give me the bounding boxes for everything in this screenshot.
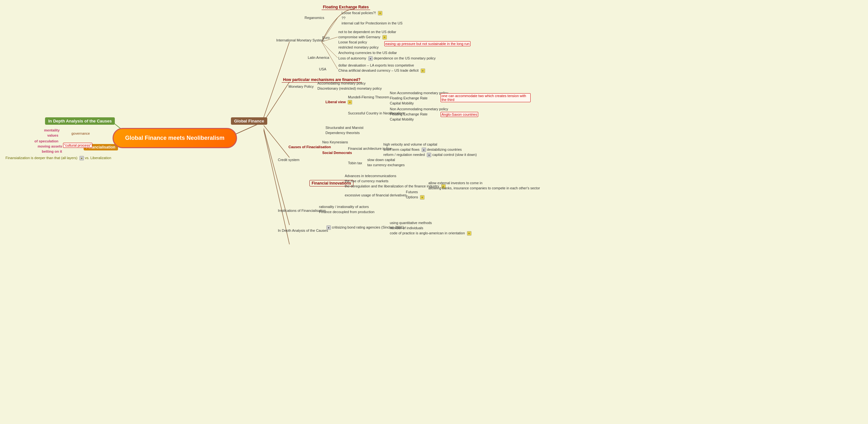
accommodating-policy: Accomodating monetary policy xyxy=(317,81,366,86)
betting-on-it: betting on it xyxy=(41,149,63,154)
discretionary-policy: Discretionary (restricted) monetary poli… xyxy=(317,86,382,91)
rise-currency-markets: the rise of currency markets xyxy=(344,179,389,183)
one-accommodate-bracket: one can accommodate two which creates te… xyxy=(441,93,531,102)
svg-line-5 xyxy=(264,125,289,158)
floating-exchange-rates: Floating Exchange Rates xyxy=(321,4,370,10)
not-dependent: not to be dependent on the US dollar xyxy=(338,30,397,34)
china-devalued: China artificial devalued currency – US … xyxy=(338,68,426,73)
non-accommodating-2: Non Accommodating monetary policy xyxy=(389,107,449,111)
capital-mobility-1: Capital Mobility xyxy=(389,101,414,105)
allow-external-investors: allow external investors to come in xyxy=(428,181,483,185)
moving-assets: moving assets xyxy=(37,144,63,149)
internal-call: internal call for Protectionism in the U… xyxy=(341,21,403,25)
euro-label: Euro xyxy=(321,35,330,40)
restricted-monetary-policy: restricted monetary policy xyxy=(338,45,379,50)
in-depth-analysis-node: In Depth Analysis of the Causes xyxy=(45,117,115,125)
loose-fiscal-policy: Loose fiscal policy xyxy=(338,40,368,44)
social-democrats: Social Democrats xyxy=(321,151,352,155)
monetary-policy-label: Monetary Policy xyxy=(288,84,314,89)
liberal-view: Liberal view ≡ xyxy=(325,100,353,105)
reform-regulation: reform / regulation needed ● capital con… xyxy=(383,152,477,158)
values: values xyxy=(46,133,59,138)
mentality: mentality xyxy=(43,128,60,132)
short-term-capital: short term capital flows ● destabilizing… xyxy=(383,147,462,152)
anchoring-currencies: Anchoring currencies to the US dollar xyxy=(338,51,398,55)
rationality-irrationality: rationality / irrationality of actors xyxy=(318,204,370,209)
loss-of-autonomy: Loss of autonomy ● dependence on the US … xyxy=(338,56,436,61)
allowing-banks: allowing banks, insurance companies to c… xyxy=(428,186,540,190)
latin-america-label: Latin America xyxy=(307,55,330,60)
central-node: Global Finance meets Neoliberalism xyxy=(113,128,237,148)
number-individuals: number of individuals xyxy=(389,226,424,230)
double-question: ?? xyxy=(341,16,346,20)
tobin-tax: Tobin tax xyxy=(347,161,363,165)
tax-currency-exchanges: tax currency exchanges xyxy=(367,163,405,167)
floating-exchange-rate-2: Floating Exchange Rate xyxy=(389,112,428,117)
using-quantitative: using quantitative methods xyxy=(389,221,433,225)
high-velocity: high velocity and volume of capital xyxy=(383,142,438,146)
slow-down-capital: slow down capital xyxy=(367,158,396,162)
credit-system-label: Credit system xyxy=(277,158,300,162)
structuralist-marxist: Structuralist and Marxist xyxy=(325,125,364,130)
governance: governance xyxy=(71,131,91,136)
mundell-fleming: Mundell-Fleming Theorem xyxy=(347,95,390,99)
anglo-saxon-bracket: Anglo-Saxon countries xyxy=(441,112,478,117)
dependency-theorists: Dependency theorists xyxy=(325,131,360,135)
finance-decoupled: Finance decoupled from production xyxy=(318,209,375,214)
code-of-practice: code of practice is anglo-american in or… xyxy=(389,231,472,236)
svg-line-7 xyxy=(264,130,289,244)
global-finance-node: Global Finance xyxy=(231,117,267,125)
floating-exchange-rate-1: Floating Exchange Rate xyxy=(389,96,428,100)
financialization-deeper: Finansialization is deeper than that (al… xyxy=(5,156,112,161)
dollar-devaluation: dollar devaluation – LA exports less com… xyxy=(338,63,414,67)
non-accommodating-1: Non Accommodating monetary policy xyxy=(389,91,449,95)
futures: Futures xyxy=(405,190,418,194)
usa-label: USA xyxy=(318,67,327,71)
cultural-process-bracket: "cultural process" xyxy=(63,143,92,148)
neo-keynesians: Neo Keynesians xyxy=(321,140,349,144)
excessive-derivatives: excessive usage of financial derivatives xyxy=(344,193,407,197)
causes-financialisation: Causes of Finacialisation xyxy=(288,145,332,149)
options: Options ≡ xyxy=(405,195,425,200)
of-speculation: of speculation xyxy=(34,139,59,143)
easing-up-bracket: easing up pressure but not sustainable i… xyxy=(384,41,470,46)
compromise-germany: compromise with Germany ≡ xyxy=(338,35,388,40)
reganomics: Reganomics xyxy=(304,15,325,20)
in-depth-causes-label: In Depth Analysis of the Causes xyxy=(277,228,329,233)
svg-line-4 xyxy=(264,82,289,122)
intl-monetary-system: International Monetary System xyxy=(276,38,325,42)
capital-mobility-2: Capital Mobility xyxy=(389,117,414,122)
advances-telecom: Advances in telecommunications xyxy=(344,173,397,178)
loose-fiscal-policies: Loose fiscal policies?! ≡ xyxy=(341,10,383,16)
